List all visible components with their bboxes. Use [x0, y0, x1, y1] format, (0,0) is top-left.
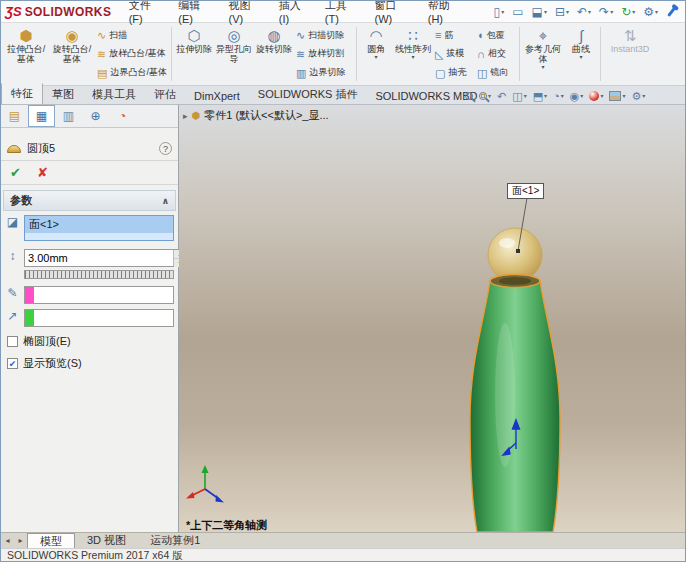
sweep-cut-button[interactable]: ∿扫描切除	[294, 27, 354, 44]
dome-feature-icon	[7, 145, 21, 153]
tab-solidworks-addins[interactable]: SOLIDWORKS 插件	[249, 85, 367, 104]
redo-icon: ↷	[599, 5, 609, 19]
rebuild-button[interactable]: ↻▾	[617, 5, 639, 19]
section-view-button[interactable]: ◫▾	[510, 87, 528, 104]
show-preview-checkbox[interactable]: ✔	[7, 358, 18, 369]
display-style-button[interactable]: ◔▾	[551, 87, 566, 104]
extrude-cut-icon: ⬡	[187, 27, 200, 44]
chevron-down-icon: ▾	[488, 92, 491, 99]
apply-scene-button[interactable]: ▾	[607, 87, 627, 104]
dimxpert-manager-tab[interactable]: ⊕	[82, 105, 109, 127]
bottle-body[interactable]	[470, 281, 560, 532]
graphics-viewport[interactable]: ▸ ⬢ 零件1 (默认<<默认>_显... 面<1> *上下二等角轴测	[179, 105, 685, 532]
tab-sketch[interactable]: 草图	[43, 85, 83, 104]
extrude-boss-button[interactable]: ⬢ 拉伸凸台/基体	[3, 24, 49, 84]
property-manager-tab[interactable]: ▦	[28, 105, 55, 127]
intersect-icon: ∩	[477, 48, 485, 60]
wrap-button[interactable]: ◖包覆	[475, 27, 517, 44]
zoom-fit-button[interactable]	[463, 87, 475, 104]
menu-view[interactable]: 视图(V)	[222, 0, 272, 27]
tab-mold-tools[interactable]: 模具工具	[83, 85, 145, 104]
print-icon: ⊟	[555, 5, 565, 19]
linear-pattern-button[interactable]: ∷ 线性阵列 ▾	[393, 24, 433, 84]
tab-dimxpert[interactable]: DimXpert	[185, 88, 249, 104]
options-button[interactable]: ⚙▾	[639, 5, 662, 19]
sweep-button[interactable]: ∿扫描	[95, 27, 169, 44]
view-orientation-button[interactable]: ⬒▾	[531, 87, 549, 104]
mirror-button[interactable]: ◫镜向	[475, 64, 517, 81]
elliptical-dome-option[interactable]: 椭圆顶(E)	[7, 334, 172, 349]
draft-button[interactable]: ◺拔模	[433, 45, 475, 62]
show-preview-option[interactable]: ✔ 显示预览(S)	[7, 356, 172, 371]
tree-expand-icon[interactable]: ▸	[183, 111, 188, 121]
revolve-boss-button[interactable]: ◉ 旋转凸台/基体	[49, 24, 95, 84]
3d-views-tab[interactable]: 3D 视图	[75, 533, 138, 548]
ok-button[interactable]: ✔	[10, 165, 21, 180]
menu-help[interactable]: 帮助(H)	[421, 0, 472, 27]
new-document-button[interactable]: ▯▾	[490, 5, 509, 19]
tab-evaluate[interactable]: 评估	[145, 85, 185, 104]
boundary-boss-icon: ▤	[97, 67, 107, 79]
loft-cut-button[interactable]: ≋放样切割	[294, 45, 354, 62]
part-tree-root-label[interactable]: 零件1 (默认<<默认>_显...	[204, 108, 328, 123]
distance-input[interactable]	[25, 250, 173, 266]
extrude-cut-button[interactable]: ⬡ 拉伸切除	[174, 24, 214, 84]
y-axis-icon	[202, 465, 209, 473]
tab-scroll-left-icon[interactable]: ◂	[1, 533, 14, 548]
menu-edit[interactable]: 编辑(E)	[171, 0, 221, 27]
save-button[interactable]: ⬓▾	[528, 5, 551, 19]
view-orientation-label: *上下二等角轴测	[186, 518, 267, 532]
intersect-button[interactable]: ∩相交	[475, 45, 517, 62]
tab-scroll-right-icon[interactable]: ▸	[14, 533, 27, 548]
boundary-cut-button[interactable]: ▥边界切除	[294, 64, 354, 81]
draft-icon: ◺	[435, 48, 443, 60]
fillet-button[interactable]: ◠ 圆角 ▾	[359, 24, 393, 84]
zoom-area-button[interactable]: ▾	[477, 87, 493, 104]
hide-show-items-button[interactable]: ◉▾	[568, 87, 586, 104]
open-button[interactable]: ▭	[508, 5, 527, 19]
configuration-manager-tab[interactable]: ▥	[55, 105, 82, 127]
revolve-cut-button[interactable]: ◍ 旋转切除	[254, 24, 294, 84]
print-button[interactable]: ⊟▾	[551, 5, 573, 19]
view-settings-button[interactable]: ⚙▾	[629, 87, 647, 104]
previous-view-button[interactable]: ↶	[495, 87, 508, 104]
hole-wizard-button[interactable]: ◎ 异型孔向导	[214, 24, 254, 84]
constraint-selection-box[interactable]	[24, 286, 174, 304]
edit-appearance-button[interactable]: ▾	[587, 87, 605, 104]
help-icon[interactable]: ?	[159, 142, 172, 155]
elliptical-dome-checkbox[interactable]	[7, 336, 18, 347]
display-manager-tab[interactable]: ◔	[109, 105, 136, 127]
parameters-section-header[interactable]: 参数 ∧	[3, 190, 176, 211]
selected-face-item[interactable]: 面<1>	[25, 216, 173, 233]
callout-anchor	[516, 249, 520, 253]
distance-thumbwheel[interactable]	[24, 270, 174, 279]
loft-boss-button[interactable]: ≋放样凸台/基体	[95, 45, 169, 62]
instant3d-button[interactable]: ⇅ Instant3D	[603, 24, 657, 84]
curves-button[interactable]: ∫ 曲线 ▾	[564, 24, 598, 84]
reference-geometry-button[interactable]: ⌖ 参考几何体 ▾	[522, 24, 564, 84]
pushpin-icon[interactable]	[667, 7, 675, 17]
tab-features[interactable]: 特征	[1, 83, 43, 104]
menu-file[interactable]: 文件(F)	[122, 0, 172, 27]
motion-study-tab[interactable]: 运动算例1	[138, 533, 212, 548]
menu-tools[interactable]: 工具(T)	[318, 0, 368, 27]
constraint-color-swatch	[25, 287, 34, 303]
cancel-button[interactable]: ✘	[37, 165, 48, 180]
boundary-boss-button[interactable]: ▤边界凸台/基体	[95, 64, 169, 81]
bottle-highlight	[495, 323, 515, 467]
undo-button[interactable]: ↶▾	[573, 5, 595, 19]
face-callout[interactable]: 面<1>	[507, 183, 544, 199]
feature-manager-tab[interactable]: ▤	[1, 105, 28, 127]
rib-button[interactable]: ≡筋	[433, 27, 475, 44]
menu-insert[interactable]: 插入(I)	[272, 0, 318, 27]
shell-button[interactable]: ▢抽壳	[433, 64, 475, 81]
model-tab[interactable]: 模型	[27, 533, 75, 548]
menu-window[interactable]: 窗口(W)	[367, 0, 420, 27]
fillet-label: 圆角	[367, 44, 385, 54]
chevron-down-icon: ▾	[544, 8, 547, 15]
direction-selection-box[interactable]	[24, 309, 174, 327]
redo-button[interactable]: ↷▾	[595, 5, 617, 19]
flyout-feature-tree[interactable]: ▸ ⬢ 零件1 (默认<<默认>_显...	[183, 108, 329, 123]
face-selection-listbox[interactable]: 面<1>	[24, 215, 174, 241]
sweep-icon: ∿	[97, 29, 106, 41]
